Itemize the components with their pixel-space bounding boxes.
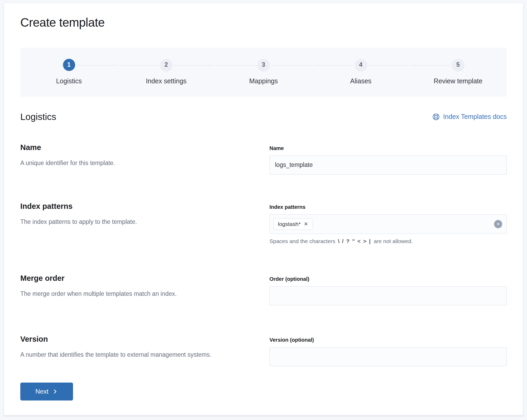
order-field-label: Order (optional)	[269, 276, 507, 282]
name-section-description: A unique identifier for this template.	[20, 159, 248, 167]
name-row: Name A unique identifier for this templa…	[20, 143, 507, 175]
name-section-title: Name	[20, 143, 248, 152]
step-review-template[interactable]: 5 Review template	[409, 59, 507, 85]
remove-tag-icon[interactable]: ✕	[304, 221, 308, 226]
step-number-badge[interactable]: 4	[355, 59, 367, 71]
next-button[interactable]: Next	[20, 383, 73, 400]
version-field-label: Version (optional)	[269, 337, 507, 343]
index-patterns-field-label: Index patterns	[269, 204, 507, 210]
step-label: Mappings	[249, 77, 278, 85]
chevron-right-icon	[53, 389, 58, 394]
merge-order-section-description: The merge order when multiple templates …	[20, 289, 248, 298]
section-title: Logistics	[20, 112, 56, 122]
name-input[interactable]	[269, 156, 507, 175]
step-number-badge[interactable]: 1	[63, 59, 75, 71]
step-index-settings[interactable]: 2 Index settings	[118, 59, 215, 85]
index-templates-docs-link[interactable]: Index Templates docs	[432, 113, 507, 121]
index-patterns-section-title: Index patterns	[20, 202, 248, 211]
version-section-title: Version	[20, 335, 248, 344]
wizard-stepper: 1 Logistics 2 Index settings 3 Mappings …	[20, 48, 507, 97]
name-field-label: Name	[269, 145, 507, 151]
section-header: Logistics Index Templates docs	[20, 112, 507, 122]
next-button-label: Next	[35, 388, 48, 395]
index-pattern-tag-label: logstash*	[278, 221, 301, 227]
order-input[interactable]	[269, 286, 507, 305]
page-title: Create template	[20, 15, 507, 30]
version-section-description: A number that identifies the template to…	[20, 350, 248, 359]
version-row: Version A number that identifies the tem…	[20, 335, 507, 366]
index-patterns-section-description: The index patterns to apply to the templ…	[20, 218, 248, 226]
index-patterns-row: Index patterns The index patterns to app…	[20, 202, 507, 244]
helper-forbidden-chars: \ / ? " < > |	[338, 238, 371, 244]
step-number-badge[interactable]: 5	[452, 59, 464, 71]
step-label: Review template	[434, 77, 482, 85]
clear-all-icon[interactable]: ✕	[494, 220, 502, 228]
merge-order-row: Merge order The merge order when multipl…	[20, 274, 507, 305]
step-label: Logistics	[56, 77, 82, 85]
step-label: Index settings	[146, 77, 186, 85]
step-aliases[interactable]: 4 Aliases	[312, 59, 409, 85]
step-number-badge[interactable]: 2	[160, 59, 172, 71]
step-label: Aliases	[350, 77, 371, 85]
step-number-badge[interactable]: 3	[258, 59, 270, 71]
index-pattern-tag: logstash* ✕	[273, 218, 312, 230]
create-template-panel: Create template 1 Logistics 2 Index sett…	[4, 3, 523, 416]
version-input[interactable]	[269, 347, 507, 366]
index-patterns-combobox[interactable]: logstash* ✕ ✕	[269, 214, 507, 234]
merge-order-section-title: Merge order	[20, 274, 248, 283]
step-mappings[interactable]: 3 Mappings	[215, 59, 312, 85]
docs-link-label: Index Templates docs	[443, 113, 507, 120]
helper-prefix: Spaces and the characters	[269, 238, 335, 244]
helper-suffix: are not allowed.	[374, 238, 413, 244]
index-patterns-helper-text: Spaces and the characters \ / ? " < > | …	[269, 238, 507, 244]
life-ring-icon	[432, 113, 440, 121]
step-logistics[interactable]: 1 Logistics	[20, 59, 118, 85]
